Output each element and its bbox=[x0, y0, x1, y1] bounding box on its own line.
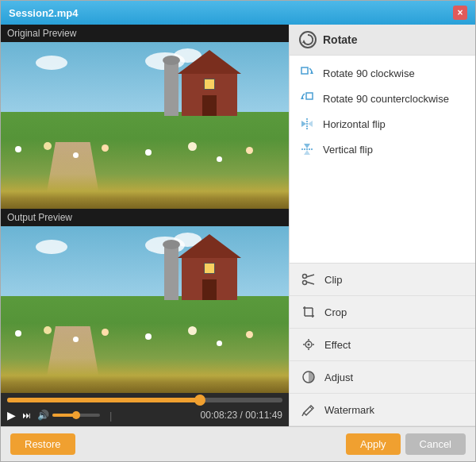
playback-controls: ▶ ⏭ 🔊 | 00:08:23 / 00:11:49 bbox=[7, 409, 282, 422]
clip-tool[interactable]: Clip bbox=[290, 264, 475, 296]
barn-body-2 bbox=[182, 256, 237, 300]
titlebar: Session2.mp4 × bbox=[1, 1, 475, 25]
time-divider: | bbox=[109, 410, 112, 422]
barn-roof-2 bbox=[178, 234, 241, 258]
watermark-tool[interactable]: Watermark bbox=[290, 394, 475, 426]
barn-window bbox=[204, 79, 215, 90]
time-sep: / bbox=[237, 410, 245, 421]
svg-line-14 bbox=[306, 282, 314, 284]
rotate-cw-option[interactable]: Rotate 90 clockwise bbox=[299, 65, 466, 81]
svg-marker-4 bbox=[301, 96, 304, 99]
rotate-icon bbox=[299, 31, 317, 48]
scissors-icon bbox=[301, 271, 317, 287]
effect-icon bbox=[301, 337, 317, 352]
svg-marker-6 bbox=[301, 121, 306, 127]
svg-marker-7 bbox=[308, 121, 313, 127]
effect-tool[interactable]: Effect bbox=[290, 329, 475, 361]
volume-area: 🔊 bbox=[37, 410, 100, 421]
sky-bg bbox=[1, 42, 289, 117]
barn bbox=[182, 72, 237, 116]
flip-v-icon bbox=[299, 141, 315, 157]
barn-window-2 bbox=[204, 263, 215, 274]
crop-tool[interactable]: Crop bbox=[290, 296, 475, 329]
flower-9 bbox=[15, 330, 21, 337]
restore-button[interactable]: Restore bbox=[10, 433, 75, 455]
time-display: 00:08:23 / 00:11:49 bbox=[201, 410, 282, 421]
watermark-label: Watermark bbox=[324, 404, 374, 416]
flower-13 bbox=[145, 333, 152, 340]
main-window: Session2.mp4 × Original Preview bbox=[0, 0, 476, 462]
barn-2 bbox=[182, 256, 237, 300]
volume-slider[interactable] bbox=[52, 414, 100, 417]
progress-thumb[interactable] bbox=[194, 395, 205, 406]
volume-icon: 🔊 bbox=[37, 410, 49, 421]
svg-point-12 bbox=[303, 281, 307, 285]
flip-h-icon bbox=[299, 116, 315, 132]
output-barn-scene bbox=[1, 226, 289, 393]
apply-button[interactable]: Apply bbox=[346, 433, 401, 455]
svg-point-11 bbox=[303, 275, 307, 279]
flower-1 bbox=[15, 146, 21, 152]
controls-bar: ▶ ⏭ 🔊 | 00:08:23 / 00:11:49 bbox=[1, 393, 289, 426]
output-preview-section: Output Preview bbox=[1, 209, 289, 393]
volume-thumb[interactable] bbox=[72, 411, 80, 419]
crop-label: Crop bbox=[324, 306, 347, 318]
sky-bg-2 bbox=[1, 226, 289, 302]
rotate-header: Rotate bbox=[290, 25, 475, 56]
rotate-ccw-icon bbox=[299, 90, 315, 106]
flower-4 bbox=[102, 144, 109, 152]
time-total: 00:11:49 bbox=[245, 410, 282, 421]
flower-12 bbox=[102, 329, 109, 336]
time-current: 00:08:23 bbox=[201, 410, 238, 421]
rotate-title: Rotate bbox=[323, 33, 358, 46]
adjust-tool[interactable]: Adjust bbox=[290, 361, 475, 394]
output-video-frame bbox=[1, 226, 289, 393]
cancel-button[interactable]: Cancel bbox=[405, 433, 466, 455]
svg-marker-2 bbox=[310, 71, 313, 74]
skip-forward-button[interactable]: ⏭ bbox=[22, 410, 31, 420]
flip-h-label: Horizontal flip bbox=[323, 118, 386, 130]
window-title: Session2.mp4 bbox=[9, 7, 453, 19]
rotate-options-list: Rotate 90 clockwise Rotate 90 counterclo… bbox=[290, 56, 475, 264]
barn-body bbox=[182, 72, 237, 116]
svg-rect-1 bbox=[301, 67, 308, 74]
clip-label: Clip bbox=[324, 274, 342, 286]
rotate-ccw-option[interactable]: Rotate 90 counterclockwise bbox=[299, 90, 466, 106]
rotate-cw-icon bbox=[299, 65, 315, 81]
original-preview-section: Original Preview bbox=[1, 25, 289, 209]
progress-fill bbox=[7, 398, 200, 402]
crop-icon bbox=[301, 304, 317, 320]
svg-point-20 bbox=[308, 344, 310, 346]
right-panel: Rotate Rotate 90 clockwise bbox=[289, 25, 475, 426]
effect-label: Effect bbox=[324, 339, 351, 351]
barn-roof bbox=[178, 50, 241, 74]
flower-8 bbox=[246, 147, 253, 154]
flower-16 bbox=[246, 331, 253, 338]
original-preview-label: Original Preview bbox=[1, 25, 289, 42]
bottom-bar: Restore Apply Cancel bbox=[1, 426, 475, 461]
flowers-overlay bbox=[1, 139, 289, 209]
barn-door bbox=[202, 95, 217, 116]
barn-silo-2 bbox=[164, 244, 178, 300]
adjust-label: Adjust bbox=[324, 372, 353, 383]
play-button[interactable]: ▶ bbox=[7, 409, 16, 422]
flip-v-label: Vertical flip bbox=[323, 144, 373, 156]
adjust-icon bbox=[301, 369, 317, 385]
barn-silo bbox=[164, 60, 178, 116]
left-panel: Original Preview bbox=[1, 25, 289, 426]
original-barn-scene bbox=[1, 42, 289, 209]
main-content: Original Preview bbox=[1, 25, 475, 426]
close-button[interactable]: × bbox=[453, 6, 467, 20]
progress-bar[interactable] bbox=[7, 398, 282, 402]
flower-5 bbox=[145, 149, 152, 156]
flip-h-option[interactable]: Horizontal flip bbox=[299, 116, 466, 132]
svg-marker-10 bbox=[304, 150, 310, 155]
output-preview-label: Output Preview bbox=[1, 209, 289, 226]
svg-line-13 bbox=[306, 275, 314, 277]
action-buttons: Apply Cancel bbox=[346, 433, 466, 455]
flip-v-option[interactable]: Vertical flip bbox=[299, 141, 466, 157]
pen-icon bbox=[301, 402, 317, 418]
svg-rect-3 bbox=[306, 93, 313, 99]
sidebar-tools: Clip Crop bbox=[290, 264, 475, 426]
cloud-8 bbox=[36, 240, 67, 254]
